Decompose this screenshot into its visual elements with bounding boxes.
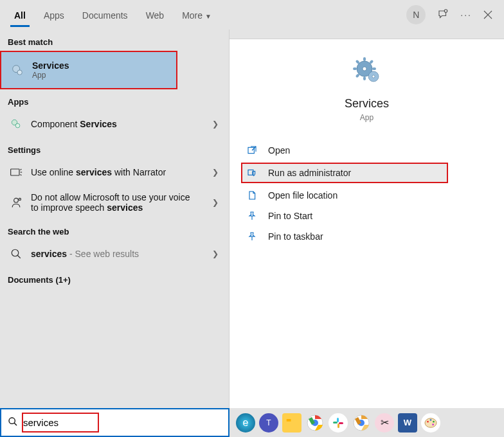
taskbar-app-icons: e T ✂ W <box>230 413 440 433</box>
narrator-services-label: Use online services with Narrator <box>31 167 166 177</box>
admin-icon <box>245 168 259 178</box>
tab-more-label: More <box>182 10 203 21</box>
settings-heading: Settings <box>0 138 229 159</box>
slack-icon[interactable] <box>328 413 348 433</box>
snip-icon[interactable]: ✂ <box>375 413 394 433</box>
paint-icon[interactable] <box>421 413 440 433</box>
file-explorer-icon[interactable] <box>282 413 302 433</box>
speech-services-label: Do not allow Microsoft to use your voice… <box>31 192 190 213</box>
open-file-location-label: Open file location <box>268 190 338 201</box>
options-icon[interactable]: ··· <box>460 10 472 20</box>
tab-apps-label: Apps <box>44 10 64 21</box>
svg-point-40 <box>432 424 434 425</box>
file-location-icon <box>245 190 259 201</box>
tab-web[interactable]: Web <box>137 3 174 27</box>
svg-point-24 <box>9 418 15 424</box>
chevron-right-icon: ❯ <box>212 120 219 129</box>
web-search-label: services - See web results <box>31 249 139 259</box>
search-icon <box>9 247 23 261</box>
component-services-result[interactable]: Component Services ❯ <box>0 111 229 138</box>
word-icon[interactable]: W <box>398 413 417 433</box>
close-icon[interactable] <box>483 10 492 19</box>
account-initial: N <box>413 10 419 20</box>
tab-documents-label: Documents <box>82 10 128 21</box>
svg-point-13 <box>12 249 19 256</box>
detail-title: Services <box>230 97 504 111</box>
svg-rect-31 <box>333 422 338 424</box>
open-file-location-action[interactable]: Open file location <box>241 185 492 206</box>
pin-to-start-action[interactable]: Pin to Start <box>241 206 492 226</box>
teams-icon[interactable]: T <box>259 413 278 433</box>
svg-rect-32 <box>338 424 339 428</box>
search-web-heading: Search the web <box>0 219 229 240</box>
taskbar-search[interactable] <box>0 408 230 437</box>
chevron-right-icon: ❯ <box>212 249 219 258</box>
tab-all-label: All <box>14 10 26 21</box>
documents-heading: Documents (1+) <box>0 267 229 289</box>
narrator-icon <box>9 165 23 179</box>
svg-rect-30 <box>337 418 339 422</box>
chevron-down-icon: ▼ <box>205 13 212 20</box>
svg-rect-27 <box>287 419 291 422</box>
account-avatar[interactable]: N <box>406 5 426 24</box>
pin-taskbar-icon <box>245 231 259 242</box>
run-as-admin-action[interactable]: Run as administrator <box>241 163 448 183</box>
svg-point-4 <box>17 70 22 75</box>
tab-all[interactable]: All <box>5 3 35 27</box>
speech-icon <box>9 195 23 210</box>
svg-point-6 <box>15 123 20 128</box>
best-match-title: Services <box>32 60 69 71</box>
run-as-admin-label: Run as administrator <box>268 168 351 178</box>
component-services-icon <box>9 117 23 131</box>
svg-point-39 <box>433 420 435 422</box>
best-match-heading: Best match <box>0 30 229 51</box>
component-services-label: Component Services <box>31 119 117 129</box>
edge-icon[interactable]: e <box>236 413 255 433</box>
search-filter-tabs: All Apps Documents Web More▼ N ··· <box>0 0 504 30</box>
chevron-right-icon: ❯ <box>212 168 219 177</box>
svg-rect-7 <box>11 169 19 175</box>
search-input[interactable] <box>23 417 190 428</box>
apps-heading: Apps <box>0 89 229 111</box>
feedback-icon[interactable] <box>437 9 449 21</box>
svg-line-14 <box>17 255 21 258</box>
pin-to-start-label: Pin to Start <box>268 211 312 221</box>
services-large-icon <box>352 56 382 87</box>
svg-point-0 <box>445 10 448 13</box>
svg-point-38 <box>430 419 432 421</box>
pin-to-taskbar-label: Pin to taskbar <box>268 231 323 242</box>
svg-line-10 <box>21 174 22 175</box>
svg-point-11 <box>14 198 19 202</box>
speech-services-result[interactable]: Do not allow Microsoft to use your voice… <box>0 186 229 219</box>
detail-pane: Services App Open Run as administrator <box>230 39 504 408</box>
open-icon <box>245 145 259 156</box>
svg-line-8 <box>21 169 22 170</box>
pin-to-taskbar-action[interactable]: Pin to taskbar <box>241 226 492 247</box>
services-icon <box>10 63 24 77</box>
pin-start-icon <box>245 211 259 221</box>
svg-line-25 <box>14 423 17 425</box>
open-action[interactable]: Open <box>241 140 492 161</box>
detail-subtitle: App <box>230 113 504 122</box>
tab-web-label: Web <box>146 10 165 21</box>
best-match-result[interactable]: Services App <box>0 51 177 89</box>
svg-point-18 <box>372 75 375 78</box>
tab-documents[interactable]: Documents <box>73 3 137 27</box>
svg-rect-33 <box>339 422 343 424</box>
taskbar: e T ✂ W <box>0 408 504 437</box>
chrome-canary-icon[interactable] <box>352 413 371 433</box>
best-match-subtitle: App <box>32 71 69 80</box>
web-search-result[interactable]: services - See web results ❯ <box>0 240 229 267</box>
narrator-services-result[interactable]: Use online services with Narrator ❯ <box>0 159 229 186</box>
svg-point-12 <box>19 198 21 200</box>
svg-point-16 <box>363 67 366 71</box>
tab-apps[interactable]: Apps <box>35 3 73 27</box>
svg-point-37 <box>427 420 429 422</box>
open-label: Open <box>268 145 290 156</box>
search-icon <box>8 416 18 429</box>
chevron-right-icon: ❯ <box>212 198 219 207</box>
results-pane: Best match Services App Apps Component S… <box>0 30 230 408</box>
svg-rect-19 <box>248 147 254 153</box>
tab-more[interactable]: More▼ <box>173 3 221 27</box>
chrome-icon[interactable] <box>305 413 325 433</box>
